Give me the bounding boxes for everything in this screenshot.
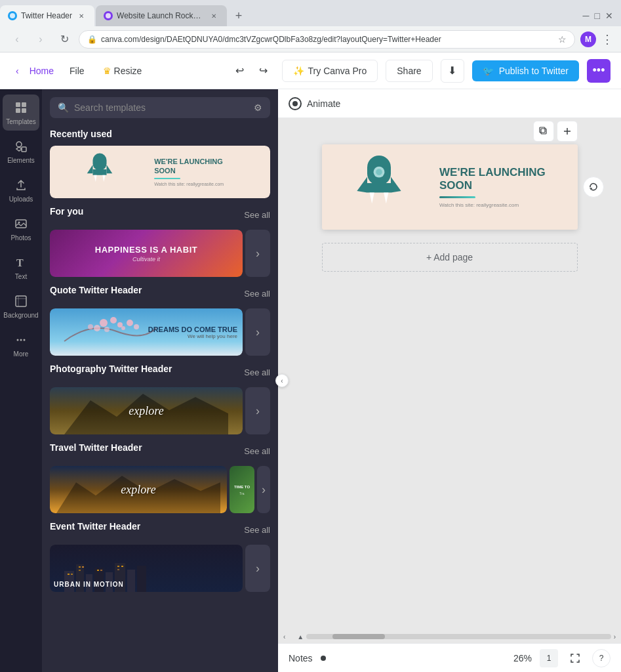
background-label: Background xyxy=(3,312,38,319)
sparkle-icon: ✨ xyxy=(293,66,304,76)
back-to-home-button[interactable]: ‹ xyxy=(10,63,24,79)
bookmark-icon[interactable]: ☆ xyxy=(558,34,567,45)
sidebar-item-background[interactable]: Background xyxy=(3,288,39,324)
forward-button[interactable]: › xyxy=(31,30,50,49)
share-button[interactable]: Share xyxy=(386,60,432,82)
photography-twitter-templates: explore › xyxy=(50,387,270,434)
page-dot xyxy=(321,656,326,661)
svg-rect-52 xyxy=(540,127,545,133)
undo-button[interactable]: ↩ xyxy=(230,60,250,81)
more-options-button[interactable]: ••• xyxy=(587,59,611,83)
notes-label[interactable]: Notes xyxy=(289,653,313,663)
sidebar-item-photos[interactable]: Photos xyxy=(3,211,39,247)
happiness-template[interactable]: HAPPINESS IS A HABIT Cultivate it xyxy=(50,230,243,277)
resize-menu-item[interactable]: ♛ Resize xyxy=(95,62,150,80)
tab-2[interactable]: Website Launch Rocketship Twitt... ✕ xyxy=(96,5,227,26)
photography-twitter-section: Photography Twitter Header See all explo… xyxy=(50,364,270,434)
travel-twitter-see-all[interactable]: See all xyxy=(244,446,270,456)
event-next-button[interactable]: › xyxy=(245,545,270,592)
photography-next-button[interactable]: › xyxy=(245,387,270,434)
quote-twitter-header: Quote Twitter Header See all xyxy=(50,285,270,302)
canvas-h-scrollbar[interactable] xyxy=(306,634,611,639)
text-icon: T xyxy=(13,255,29,270)
tab-title-2: Website Launch Rocketship Twitt... xyxy=(117,11,205,20)
explore-photo-template[interactable]: explore xyxy=(50,387,243,434)
copy-button[interactable] xyxy=(533,121,554,142)
restore-icon[interactable]: □ xyxy=(595,10,600,21)
sidebar-item-more[interactable]: More xyxy=(3,327,39,363)
new-tab-button[interactable]: + xyxy=(230,7,248,25)
zoom-level[interactable]: 26% xyxy=(513,653,532,663)
canvas-h-scrollthumb[interactable] xyxy=(332,634,385,639)
tab-1[interactable]: Twitter Header ✕ xyxy=(0,5,94,26)
filter-icon[interactable]: ⚙ xyxy=(254,102,262,113)
sidebar-item-elements[interactable]: Elements xyxy=(3,133,39,169)
file-menu-item[interactable]: File xyxy=(62,62,92,80)
travel-next-button[interactable]: › xyxy=(257,466,270,513)
text-label: Text xyxy=(15,273,27,280)
redo-button[interactable]: ↪ xyxy=(253,60,274,81)
tab-close-1[interactable]: ✕ xyxy=(76,10,87,21)
recently-used-template[interactable]: WE'RE LAUNCHINGSOON Watch this site: rea… xyxy=(50,146,270,198)
for-you-see-all[interactable]: See all xyxy=(244,210,270,220)
event-twitter-see-all[interactable]: See all xyxy=(244,525,270,535)
help-button[interactable]: ? xyxy=(592,649,611,667)
svg-rect-2 xyxy=(16,102,20,107)
event-twitter-section: Event Twitter Header See all xyxy=(50,521,270,592)
time-to-travel-template[interactable]: TIME TO Tra xyxy=(230,466,254,513)
for-you-next-button[interactable]: › xyxy=(245,230,270,277)
scroll-right-button[interactable]: › xyxy=(614,633,616,640)
happiness-text: HAPPINESS IS A HABIT xyxy=(95,245,197,255)
sidebar-left: Templates Elements Uploads Photos xyxy=(0,89,42,672)
profile-avatar[interactable]: M xyxy=(580,32,596,47)
dreams-template[interactable]: DREAMS DO COME TRUE We will help you her… xyxy=(50,308,243,356)
svg-point-15 xyxy=(24,339,26,341)
back-button[interactable]: ‹ xyxy=(8,30,26,49)
canvas-page[interactable]: WE'RE LAUNCHING SOON Watch this site: re… xyxy=(322,144,578,230)
travel-explore-template[interactable]: explore xyxy=(50,466,227,513)
close-icon[interactable]: ✕ xyxy=(605,10,613,21)
svg-marker-17 xyxy=(87,165,92,173)
quote-twitter-next-button[interactable]: › xyxy=(245,308,270,356)
add-element-button[interactable] xyxy=(557,121,578,142)
for-you-section: For you See all HAPPINESS IS A HABIT Cul… xyxy=(50,206,270,277)
travel-twitter-header: Travel Twitter Header See all xyxy=(50,442,270,459)
add-page-button[interactable]: + Add page xyxy=(322,243,578,272)
sidebar-item-uploads[interactable]: Uploads xyxy=(3,172,39,208)
try-canva-pro-button[interactable]: ✨ Try Canva Pro xyxy=(282,60,378,82)
urban-text: URBAN IN MOTION xyxy=(54,581,124,588)
panel-collapse-button[interactable]: ‹ xyxy=(275,374,289,387)
url-bar[interactable]: 🔒 canva.com/design/DAEtQDNUYA0/dmc3tVZgc… xyxy=(79,30,575,49)
canvas-bottom-controls: ‹ ▲ › xyxy=(278,630,621,643)
recently-used-section: Recently used xyxy=(50,129,270,198)
publish-to-twitter-button[interactable]: 🐦 Publish to Twitter xyxy=(472,60,579,81)
dreams-subtext: We will help you here xyxy=(148,333,237,339)
refresh-design-button[interactable] xyxy=(583,177,604,198)
explore-text: explore xyxy=(129,404,163,418)
sidebar-item-templates[interactable]: Templates xyxy=(3,94,39,131)
refresh-button[interactable]: ↻ xyxy=(55,30,73,49)
scroll-up-button[interactable]: ▲ xyxy=(297,633,304,640)
tab-close-2[interactable]: ✕ xyxy=(209,10,219,21)
quote-twitter-see-all[interactable]: See all xyxy=(244,289,270,299)
svg-point-26 xyxy=(104,327,110,332)
canvas-area: Animate xyxy=(278,89,621,672)
for-you-templates: HAPPINESS IS A HABIT Cultivate it › xyxy=(50,230,270,277)
travel-side-templates: TIME TO Tra xyxy=(230,466,254,513)
animate-label[interactable]: Animate xyxy=(307,98,340,109)
download-button[interactable]: ⬇ xyxy=(441,59,464,83)
home-menu-item[interactable]: Home xyxy=(30,66,54,76)
for-you-header: For you See all xyxy=(50,206,270,223)
page-indicator[interactable]: 1 xyxy=(540,649,558,667)
sidebar-item-text[interactable]: T Text xyxy=(3,249,39,285)
more-label: More xyxy=(14,350,29,358)
fullscreen-button[interactable] xyxy=(566,649,584,667)
urban-motion-template[interactable]: URBAN IN MOTION xyxy=(50,545,243,592)
elements-icon xyxy=(13,138,29,154)
search-bar[interactable]: 🔍 ⚙ xyxy=(50,97,270,118)
browser-menu-button[interactable]: ⋮ xyxy=(601,32,613,47)
search-input[interactable] xyxy=(74,102,249,113)
photography-twitter-see-all[interactable]: See all xyxy=(244,368,270,377)
scroll-left-button[interactable]: ‹ xyxy=(283,633,285,640)
minimize-icon[interactable]: ─ xyxy=(583,10,590,21)
